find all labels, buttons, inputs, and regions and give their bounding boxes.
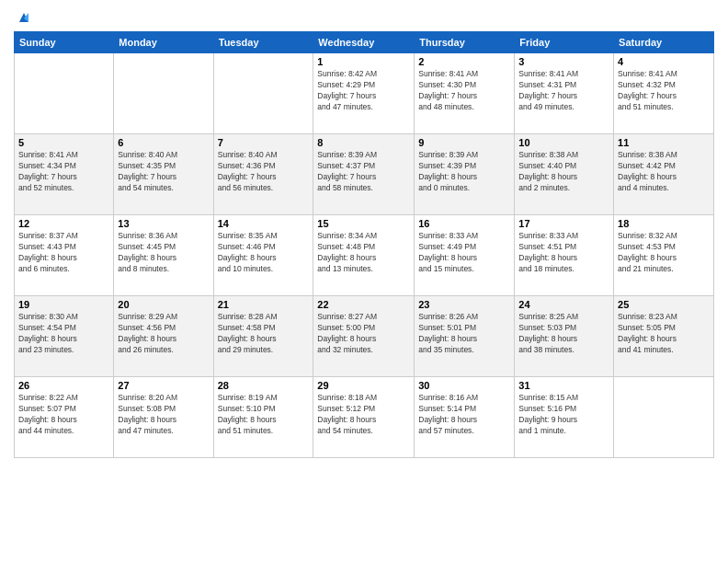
day-cell: 18Sunrise: 8:32 AM Sunset: 4:53 PM Dayli… <box>614 215 714 296</box>
day-number: 3 <box>518 56 609 67</box>
day-info: Sunrise: 8:37 AM Sunset: 4:43 PM Dayligh… <box>18 231 109 275</box>
day-cell: 22Sunrise: 8:27 AM Sunset: 5:00 PM Dayli… <box>313 296 415 377</box>
day-info: Sunrise: 8:32 AM Sunset: 4:53 PM Dayligh… <box>618 231 710 275</box>
day-info: Sunrise: 8:38 AM Sunset: 4:42 PM Dayligh… <box>618 150 710 194</box>
day-number: 28 <box>218 380 310 391</box>
day-number: 30 <box>418 380 510 391</box>
weekday-sunday: Sunday <box>15 32 114 53</box>
day-number: 4 <box>618 56 710 67</box>
day-info: Sunrise: 8:41 AM Sunset: 4:34 PM Dayligh… <box>18 150 109 194</box>
day-number: 31 <box>518 380 609 391</box>
page: SundayMondayTuesdayWednesdayThursdayFrid… <box>0 0 728 563</box>
header <box>14 9 714 24</box>
day-cell: 3Sunrise: 8:41 AM Sunset: 4:31 PM Daylig… <box>515 53 614 134</box>
day-cell: 2Sunrise: 8:41 AM Sunset: 4:30 PM Daylig… <box>415 53 515 134</box>
calendar-table: SundayMondayTuesdayWednesdayThursdayFrid… <box>14 31 714 458</box>
weekday-monday: Monday <box>114 32 213 53</box>
day-cell: 14Sunrise: 8:35 AM Sunset: 4:46 PM Dayli… <box>213 215 313 296</box>
day-cell: 16Sunrise: 8:33 AM Sunset: 4:49 PM Dayli… <box>415 215 515 296</box>
day-number: 10 <box>518 137 609 148</box>
week-row-2: 5Sunrise: 8:41 AM Sunset: 4:34 PM Daylig… <box>15 134 714 215</box>
day-cell: 17Sunrise: 8:33 AM Sunset: 4:51 PM Dayli… <box>515 215 614 296</box>
day-cell: 24Sunrise: 8:25 AM Sunset: 5:03 PM Dayli… <box>515 296 614 377</box>
day-number: 12 <box>18 218 109 229</box>
day-info: Sunrise: 8:18 AM Sunset: 5:12 PM Dayligh… <box>317 393 410 437</box>
day-cell: 7Sunrise: 8:40 AM Sunset: 4:36 PM Daylig… <box>213 134 313 215</box>
day-number: 8 <box>317 137 410 148</box>
day-cell: 1Sunrise: 8:42 AM Sunset: 4:29 PM Daylig… <box>313 53 415 134</box>
logo-text <box>14 9 32 28</box>
day-number: 26 <box>18 380 109 391</box>
day-info: Sunrise: 8:16 AM Sunset: 5:14 PM Dayligh… <box>418 393 510 437</box>
day-info: Sunrise: 8:19 AM Sunset: 5:10 PM Dayligh… <box>218 393 310 437</box>
logo-icon <box>16 9 32 26</box>
day-cell: 20Sunrise: 8:29 AM Sunset: 4:56 PM Dayli… <box>114 296 213 377</box>
day-cell: 5Sunrise: 8:41 AM Sunset: 4:34 PM Daylig… <box>15 134 114 215</box>
day-info: Sunrise: 8:29 AM Sunset: 4:56 PM Dayligh… <box>118 312 209 356</box>
day-info: Sunrise: 8:23 AM Sunset: 5:05 PM Dayligh… <box>618 312 710 356</box>
day-info: Sunrise: 8:15 AM Sunset: 5:16 PM Dayligh… <box>518 393 609 437</box>
day-cell: 12Sunrise: 8:37 AM Sunset: 4:43 PM Dayli… <box>15 215 114 296</box>
day-number: 23 <box>418 299 510 310</box>
day-cell <box>15 53 114 134</box>
day-cell <box>213 53 313 134</box>
day-number: 20 <box>118 299 209 310</box>
day-info: Sunrise: 8:26 AM Sunset: 5:01 PM Dayligh… <box>418 312 510 356</box>
day-cell: 30Sunrise: 8:16 AM Sunset: 5:14 PM Dayli… <box>415 377 515 458</box>
day-info: Sunrise: 8:41 AM Sunset: 4:30 PM Dayligh… <box>418 69 510 113</box>
day-info: Sunrise: 8:36 AM Sunset: 4:45 PM Dayligh… <box>118 231 209 275</box>
day-info: Sunrise: 8:39 AM Sunset: 4:39 PM Dayligh… <box>418 150 510 194</box>
day-cell: 27Sunrise: 8:20 AM Sunset: 5:08 PM Dayli… <box>114 377 213 458</box>
day-cell: 25Sunrise: 8:23 AM Sunset: 5:05 PM Dayli… <box>614 296 714 377</box>
day-info: Sunrise: 8:40 AM Sunset: 4:36 PM Dayligh… <box>218 150 310 194</box>
day-info: Sunrise: 8:30 AM Sunset: 4:54 PM Dayligh… <box>18 312 109 356</box>
day-info: Sunrise: 8:22 AM Sunset: 5:07 PM Dayligh… <box>18 393 109 437</box>
day-number: 18 <box>618 218 710 229</box>
day-cell: 11Sunrise: 8:38 AM Sunset: 4:42 PM Dayli… <box>614 134 714 215</box>
day-number: 17 <box>518 218 609 229</box>
day-cell: 15Sunrise: 8:34 AM Sunset: 4:48 PM Dayli… <box>313 215 415 296</box>
day-info: Sunrise: 8:41 AM Sunset: 4:31 PM Dayligh… <box>518 69 609 113</box>
week-row-4: 19Sunrise: 8:30 AM Sunset: 4:54 PM Dayli… <box>15 296 714 377</box>
day-cell: 19Sunrise: 8:30 AM Sunset: 4:54 PM Dayli… <box>15 296 114 377</box>
day-number: 14 <box>218 218 310 229</box>
day-number: 22 <box>317 299 410 310</box>
day-cell <box>614 377 714 458</box>
day-info: Sunrise: 8:33 AM Sunset: 4:51 PM Dayligh… <box>518 231 609 275</box>
day-info: Sunrise: 8:34 AM Sunset: 4:48 PM Dayligh… <box>317 231 410 275</box>
day-number: 1 <box>317 56 410 67</box>
day-number: 2 <box>418 56 510 67</box>
logo <box>14 9 32 24</box>
day-number: 13 <box>118 218 209 229</box>
day-info: Sunrise: 8:35 AM Sunset: 4:46 PM Dayligh… <box>218 231 310 275</box>
day-info: Sunrise: 8:28 AM Sunset: 4:58 PM Dayligh… <box>218 312 310 356</box>
day-cell: 28Sunrise: 8:19 AM Sunset: 5:10 PM Dayli… <box>213 377 313 458</box>
day-cell: 6Sunrise: 8:40 AM Sunset: 4:35 PM Daylig… <box>114 134 213 215</box>
week-row-5: 26Sunrise: 8:22 AM Sunset: 5:07 PM Dayli… <box>15 377 714 458</box>
weekday-tuesday: Tuesday <box>213 32 313 53</box>
day-cell: 4Sunrise: 8:41 AM Sunset: 4:32 PM Daylig… <box>614 53 714 134</box>
day-number: 6 <box>118 137 209 148</box>
day-number: 29 <box>317 380 410 391</box>
day-info: Sunrise: 8:41 AM Sunset: 4:32 PM Dayligh… <box>618 69 710 113</box>
weekday-thursday: Thursday <box>415 32 515 53</box>
weekday-saturday: Saturday <box>614 32 714 53</box>
day-cell: 8Sunrise: 8:39 AM Sunset: 4:37 PM Daylig… <box>313 134 415 215</box>
day-cell: 9Sunrise: 8:39 AM Sunset: 4:39 PM Daylig… <box>415 134 515 215</box>
day-cell <box>114 53 213 134</box>
day-number: 15 <box>317 218 410 229</box>
day-number: 9 <box>418 137 510 148</box>
day-number: 19 <box>18 299 109 310</box>
day-cell: 21Sunrise: 8:28 AM Sunset: 4:58 PM Dayli… <box>213 296 313 377</box>
week-row-1: 1Sunrise: 8:42 AM Sunset: 4:29 PM Daylig… <box>15 53 714 134</box>
weekday-wednesday: Wednesday <box>313 32 415 53</box>
day-number: 21 <box>218 299 310 310</box>
day-info: Sunrise: 8:25 AM Sunset: 5:03 PM Dayligh… <box>518 312 609 356</box>
day-info: Sunrise: 8:27 AM Sunset: 5:00 PM Dayligh… <box>317 312 410 356</box>
day-cell: 26Sunrise: 8:22 AM Sunset: 5:07 PM Dayli… <box>15 377 114 458</box>
day-cell: 31Sunrise: 8:15 AM Sunset: 5:16 PM Dayli… <box>515 377 614 458</box>
day-cell: 23Sunrise: 8:26 AM Sunset: 5:01 PM Dayli… <box>415 296 515 377</box>
day-number: 25 <box>618 299 710 310</box>
day-info: Sunrise: 8:38 AM Sunset: 4:40 PM Dayligh… <box>518 150 609 194</box>
day-number: 27 <box>118 380 209 391</box>
